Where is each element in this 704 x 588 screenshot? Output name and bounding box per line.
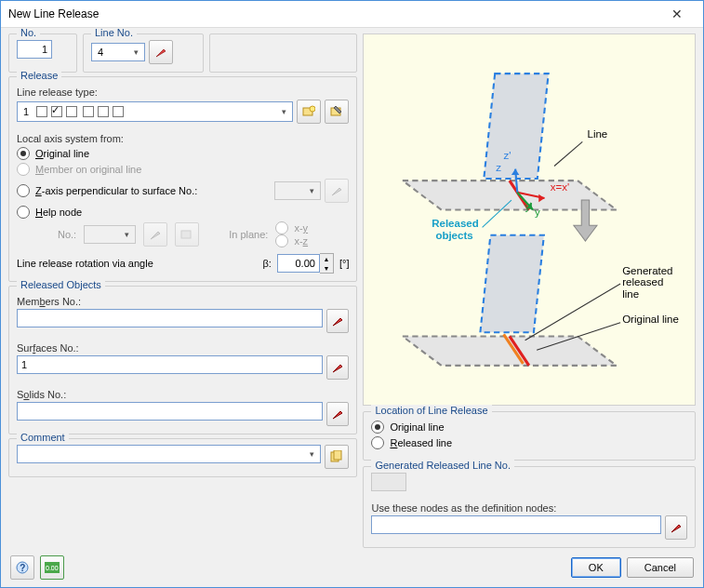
rotation-label: Line release rotation via angle [17, 258, 258, 269]
released-objects-legend: Released Objects [17, 279, 105, 290]
radio-loc-released[interactable]: Released line [371, 436, 687, 449]
svg-marker-20 [481, 235, 545, 333]
line-no-combo[interactable]: 4 ▾ [91, 43, 145, 61]
opt-original-text: riginal line [44, 148, 90, 159]
in-plane-label: In plane: [229, 229, 268, 240]
beta-input[interactable] [277, 254, 320, 273]
svg-rect-5 [334, 450, 341, 460]
pick-node-button [143, 222, 167, 247]
beta-unit: [°] [339, 258, 350, 269]
release-ck2-icon [51, 106, 62, 117]
pick-members-button[interactable] [326, 309, 349, 333]
radio-icon [17, 206, 30, 219]
y-label: y [535, 207, 540, 218]
radio-help-node[interactable]: Help node [17, 206, 349, 219]
units-button[interactable]: 0.00 [40, 555, 64, 580]
close-button[interactable]: ✕ [658, 5, 696, 23]
release-ck3-icon [66, 106, 77, 117]
zaxis-surface-combo: ▾ [274, 181, 321, 200]
cancel-button[interactable]: Cancel [627, 557, 694, 578]
radio-icon [371, 436, 384, 449]
svg-rect-3 [181, 231, 191, 238]
location-legend: Location of Line Release [371, 405, 491, 416]
chevron-down-icon: ▾ [305, 449, 318, 459]
dialog-title: New Line Release [8, 7, 658, 20]
diag-line2-label: line [623, 288, 640, 300]
diag-released-label: Released [432, 218, 480, 229]
svg-point-1 [310, 106, 315, 112]
spin-down-icon[interactable]: ▼ [320, 263, 333, 273]
release-type-value: 1 [23, 106, 29, 117]
no-legend: No. [17, 28, 40, 38]
radio-plane-xz: x-z [275, 234, 308, 247]
gen-line-no [371, 473, 406, 491]
xeq-label: x=x' [551, 181, 569, 193]
radio-plane-xy: x-y [275, 221, 308, 234]
release-legend: Release [17, 70, 61, 81]
help-button[interactable]: ? [10, 555, 34, 580]
surfaces-input[interactable] [17, 355, 323, 374]
release-ck4-icon [83, 106, 94, 117]
members-input[interactable] [17, 309, 323, 327]
radio-zaxis[interactable]: Z-axis perpendicular to surface No.: [17, 184, 197, 197]
line-no-legend: Line No. [91, 28, 137, 38]
radio-icon [17, 184, 30, 197]
radio-original-line[interactable]: Original line [17, 147, 349, 160]
diag-gen-label: Generated [623, 265, 673, 276]
release-ck5-icon [98, 106, 109, 117]
pick-solids-button[interactable] [326, 402, 349, 426]
edit-release-type-button[interactable] [325, 100, 349, 124]
diagram: z z' y y' x=x' Line Released objects [363, 33, 696, 406]
svg-text:0.00: 0.00 [46, 565, 59, 571]
chevron-down-icon: ▾ [129, 47, 142, 57]
z-label: z [497, 162, 502, 173]
release-ck1-icon [36, 106, 47, 117]
radio-icon [371, 421, 384, 434]
yp-label: y' [525, 201, 533, 212]
release-type-combo[interactable]: 1 ▾ [17, 101, 293, 122]
zp-label: z' [504, 150, 511, 161]
beta-label: β: [263, 258, 272, 269]
definition-nodes-input[interactable] [371, 515, 661, 534]
help-no-label: No.: [58, 229, 76, 240]
pick-surface-button [325, 179, 349, 203]
spin-up-icon[interactable]: ▲ [320, 254, 333, 263]
ok-button[interactable]: OK [571, 557, 621, 578]
radio-member-line: Member on original line [17, 163, 349, 176]
radio-icon [17, 163, 30, 176]
diag-line-label: Line [588, 128, 608, 140]
no-input[interactable] [17, 40, 52, 59]
svg-marker-8 [485, 74, 549, 179]
diag-objects-label: objects [436, 230, 473, 241]
help-node-combo: ▾ [84, 225, 136, 244]
svg-text:?: ? [20, 563, 25, 573]
pick-surfaces-button[interactable] [326, 355, 349, 380]
svg-line-15 [554, 141, 582, 166]
diag-orig-label: Original line [623, 314, 680, 325]
release-type-label: Line release type: [17, 87, 349, 98]
line-no-value: 4 [98, 47, 129, 58]
chevron-down-icon: ▾ [277, 107, 290, 116]
pick-line-button[interactable] [149, 40, 173, 64]
new-release-type-button[interactable] [297, 100, 321, 124]
new-node-button [175, 222, 199, 247]
comment-combo[interactable]: ▾ [17, 445, 321, 463]
gen-line-legend: Generated Released Line No. [371, 460, 514, 471]
comment-library-button[interactable] [325, 445, 349, 469]
svg-line-21 [525, 284, 620, 341]
local-axis-label: Local axis system from: [17, 133, 349, 144]
comment-legend: Comment [17, 432, 69, 443]
solids-input[interactable] [17, 402, 323, 421]
beta-spinner[interactable]: ▲▼ [277, 253, 334, 274]
release-ck6-icon [113, 106, 124, 117]
radio-icon [17, 147, 30, 160]
use-nodes-label: Use these nodes as the definition nodes: [371, 502, 687, 514]
radio-loc-original[interactable]: Original line [371, 421, 687, 434]
pick-def-nodes-button[interactable] [665, 515, 687, 540]
diag-rel-label: released [623, 276, 664, 287]
